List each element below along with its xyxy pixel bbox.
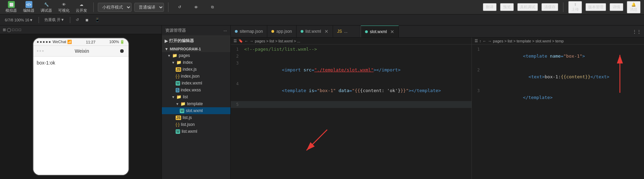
right-line-content-3: </template> bbox=[484, 87, 644, 108]
toolbar-sep-3 bbox=[563, 2, 563, 12]
right-breadcrumb-back[interactable]: ← bbox=[483, 39, 487, 43]
js-icon-1: JS bbox=[176, 67, 181, 72]
template-arrow: ▼ bbox=[176, 102, 179, 106]
zoom-info[interactable]: 6/7/8 100% 16▼ bbox=[3, 17, 35, 23]
nav-record-btn[interactable]: ⏺ bbox=[119, 48, 125, 54]
breadcrumb-menu-icon[interactable]: ☰ bbox=[233, 39, 237, 43]
file-index-wxml[interactable]: W index.wxml bbox=[162, 80, 230, 87]
wxss-icon-1: S bbox=[176, 88, 179, 92]
msg-btn[interactable]: 🔔 消息 bbox=[627, 1, 641, 13]
phone-toolbar-icons: ⊞ ◯ □ □ □ bbox=[3, 28, 21, 32]
tab-slotwxml[interactable]: slot.wxml ✕ bbox=[361, 26, 399, 38]
wxml-icon-list: W bbox=[176, 129, 180, 134]
refresh-btn[interactable]: ↺ bbox=[173, 3, 186, 11]
folder-index[interactable]: ▼ 📁 index bbox=[162, 59, 230, 66]
tab-listwxml-close[interactable]: ✕ bbox=[324, 29, 329, 34]
visual-btn[interactable]: 👁 可视化 bbox=[56, 0, 72, 14]
open-editors-label: 打开的编辑器 bbox=[169, 38, 194, 44]
tab-jsdot[interactable]: JS ... bbox=[333, 26, 361, 38]
right-breadcrumb-menu[interactable]: ☰ bbox=[475, 39, 478, 43]
nav-dots[interactable]: ••• bbox=[37, 48, 45, 54]
tab-appjson[interactable]: app.json bbox=[267, 26, 296, 38]
list-json-label: list.json bbox=[181, 122, 195, 127]
js-icon-list: JS bbox=[176, 116, 181, 120]
folder-template[interactable]: ▼ 📁 template bbox=[162, 100, 230, 107]
debug-label: 调试器 bbox=[41, 8, 52, 13]
tab-sitemap[interactable]: sitemap.json bbox=[231, 26, 267, 38]
debug-btn[interactable]: 🔧 调试器 bbox=[39, 0, 54, 14]
file-index-js[interactable]: JS index.js bbox=[162, 66, 230, 73]
layers-btn[interactable]: ⧉ bbox=[206, 3, 219, 11]
right-breadcrumb-forward[interactable]: → bbox=[488, 39, 492, 43]
compile-select[interactable]: 普通编译 bbox=[134, 3, 164, 12]
left-breadcrumb-path: pages > list > list.wxml > ... bbox=[255, 39, 300, 43]
clear-cache-btn[interactable]: 清缓存 bbox=[541, 3, 558, 11]
file-list-js[interactable]: JS list.js bbox=[162, 114, 230, 121]
cloud-btn[interactable]: ☁ 云开发 bbox=[74, 0, 89, 14]
line-num-5: 5 bbox=[231, 101, 243, 108]
right-toolbar: 翻译 预览 真机调试 清缓存 ⬆ 上传 版本管理 详情 🔔 消息 bbox=[483, 1, 641, 13]
breadcrumb-bookmark-icon[interactable]: 🔖 bbox=[238, 39, 243, 43]
editor-btn[interactable]: </> 编辑器 bbox=[21, 0, 37, 14]
phone-nav-bar: ••• Weixin ⏺ bbox=[33, 46, 128, 57]
folder-list[interactable]: ▼ 📁 list bbox=[162, 93, 230, 100]
second-sep-1 bbox=[39, 17, 39, 23]
right-code-content[interactable]: 1 <template name="box-1"> 2 <text>box-1:… bbox=[472, 44, 644, 179]
translate-btn[interactable]: 翻译 bbox=[483, 3, 497, 11]
cloud-label: 云开发 bbox=[76, 8, 87, 13]
phone-toolbar: ⊞ ◯ □ □ □ bbox=[0, 26, 162, 34]
simulator-btn[interactable]: ⬜ 模拟器 bbox=[3, 0, 19, 14]
arrow-annotation-left bbox=[300, 130, 375, 172]
preview-btn[interactable]: 预览 bbox=[500, 3, 514, 11]
code-line-1: 1 <!--pages/list/list.wxml--> bbox=[231, 46, 471, 53]
miniprogram-arrow: ▼ bbox=[165, 47, 168, 51]
list-js-label: list.js bbox=[183, 115, 192, 120]
index-arrow: ▼ bbox=[172, 61, 175, 64]
file-list-wxml[interactable]: W list.wxml bbox=[162, 128, 230, 135]
right-line-num-1: 1 bbox=[472, 46, 484, 53]
upload-btn[interactable]: ⬆ 上传 bbox=[568, 1, 582, 13]
breadcrumb-back-icon[interactable]: ← bbox=[245, 39, 248, 43]
detail-btn[interactable]: 详情 bbox=[610, 3, 623, 11]
code-line-3: 3 <import src="./template/slot.wxml"></i… bbox=[231, 60, 471, 80]
open-editors-section[interactable]: ▶ 打开的编辑器 bbox=[162, 36, 230, 46]
folder-pages[interactable]: ▼ 📁 pages bbox=[162, 52, 230, 59]
tab-listwxml[interactable]: list.wxml ✕ bbox=[297, 26, 333, 38]
stop-btn[interactable]: ⏹ bbox=[83, 17, 91, 23]
real-debug-btn[interactable]: 真机调试 bbox=[517, 3, 538, 11]
listwxml-icon bbox=[301, 30, 303, 33]
mode-select[interactable]: 小程序模式 bbox=[98, 3, 132, 12]
debug-icon: 🔧 bbox=[43, 1, 50, 8]
version-btn[interactable]: 版本管理 bbox=[585, 3, 606, 11]
preview-eye-btn[interactable]: 👁 bbox=[189, 3, 203, 11]
undo-btn[interactable]: ↺ bbox=[74, 17, 81, 23]
list-folder-icon: 📁 bbox=[176, 95, 181, 99]
visual-icon: 👁 bbox=[61, 1, 67, 8]
left-code-content[interactable]: 1 <!--pages/list/list.wxml--> 2 3 <impor… bbox=[231, 44, 471, 179]
file-slot-wxml[interactable]: W slot.wxml bbox=[162, 107, 230, 114]
line-content-3: <import src="./template/slot.wxml"></imp… bbox=[243, 60, 471, 80]
explorer-more-icon[interactable]: ··· bbox=[224, 28, 227, 33]
tab-appjson-label: app.json bbox=[276, 29, 292, 34]
json-icon-1: {·} bbox=[176, 74, 179, 79]
right-line-num-3: 3 bbox=[472, 87, 484, 94]
index-wxss-label: index.wxss bbox=[181, 88, 201, 92]
file-index-json[interactable]: {·} index.json bbox=[162, 73, 230, 80]
slotwxml-icon bbox=[365, 30, 368, 33]
line-content-1: <!--pages/list/list.wxml--> bbox=[243, 46, 471, 53]
file-index-wxss[interactable]: S index.wxss bbox=[162, 87, 230, 93]
right-breadcrumb: ☰ ↑ ← → pages > list > template > slot.w… bbox=[472, 38, 644, 44]
phone-preview-icon[interactable]: 📱 bbox=[93, 17, 102, 23]
code-line-5: 5 bbox=[231, 101, 471, 108]
right-breadcrumb-up[interactable]: ↑ bbox=[479, 39, 481, 43]
miniprogram-section[interactable]: ▼ MINIPROGRAM-1 bbox=[162, 46, 230, 52]
tab-bar-more[interactable]: ⋮⋮ bbox=[630, 29, 644, 34]
index-folder-icon: 📁 bbox=[176, 60, 181, 65]
file-list-json[interactable]: {·} list.json bbox=[162, 121, 230, 128]
breadcrumb-forward-icon[interactable]: → bbox=[250, 39, 253, 43]
hot-reload-btn[interactable]: 热重载 开▼ bbox=[42, 17, 66, 23]
right-line-content-2: <text>box-1:{{content}}</text> bbox=[484, 67, 644, 87]
editor-split: ☰ 🔖 ← → pages > list > list.wxml > ... 1… bbox=[231, 38, 644, 179]
index-folder-label: index bbox=[183, 60, 193, 65]
tab-slotwxml-close[interactable]: ✕ bbox=[390, 29, 394, 34]
